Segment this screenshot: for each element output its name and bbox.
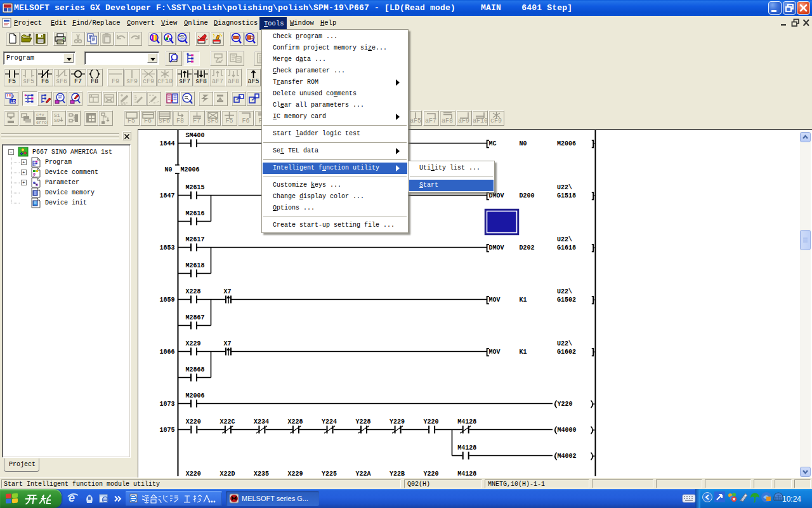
svg-text:1853: 1853 [159,244,174,251]
svg-text:X22C: X22C [219,418,235,425]
svg-text:Y220: Y220 [424,471,439,478]
svg-text:X22D: X22D [219,471,235,478]
svg-text:X229: X229 [287,471,303,478]
svg-text:M2615: M2615 [186,184,205,191]
svg-text:G1518: G1518 [557,192,576,199]
svg-text:1847: 1847 [159,192,174,199]
svg-text:X228: X228 [186,288,201,295]
svg-text:M4128: M4128 [457,471,476,478]
svg-text:U22\: U22\ [557,288,572,295]
svg-text:M2006: M2006 [557,140,576,147]
svg-text:Y22B: Y22B [390,471,405,478]
svg-text:1875: 1875 [159,427,174,434]
svg-text:DMOV: DMOV [489,192,504,199]
svg-text:Y220: Y220 [424,418,439,425]
svg-text:1859: 1859 [159,297,174,304]
svg-text:DMOV: DMOV [489,244,504,251]
svg-text:Y225: Y225 [322,471,337,478]
svg-text:N0: N0 [520,140,527,147]
svg-text:M4128: M4128 [457,444,476,451]
svg-text:U22\: U22\ [557,236,572,243]
svg-text:LD: LD [11,100,16,104]
svg-text:Y22A: Y22A [356,471,371,478]
svg-text:M2617: M2617 [186,236,205,243]
svg-text:S9: S9 [54,117,60,123]
svg-text:M4002: M4002 [558,453,577,460]
svg-text:G1618: G1618 [557,244,576,251]
svg-text:MOV: MOV [489,349,501,356]
svg-text:M2006: M2006 [181,166,200,173]
svg-text:c+v: c+v [36,112,44,117]
svg-text:G1502: G1502 [557,297,576,304]
svg-text:X229: X229 [186,340,201,347]
svg-text:M2616: M2616 [186,210,205,217]
svg-text:MC: MC [489,140,497,147]
svg-text:e: e [69,491,75,504]
svg-text:Y220: Y220 [558,401,573,408]
svg-text:X234: X234 [254,418,269,425]
svg-text:Y228: Y228 [356,418,371,425]
svg-text:N0: N0 [164,166,172,173]
svg-text:123: 123 [180,37,185,41]
svg-text:M2868: M2868 [186,366,205,373]
svg-text:M2867: M2867 [186,314,205,321]
svg-text:X220: X220 [186,418,201,425]
svg-text:D202: D202 [520,244,535,251]
svg-text:M2006: M2006 [186,392,205,399]
svg-text:Y229: Y229 [390,418,405,425]
svg-text:error: error [36,120,48,125]
svg-text:1866: 1866 [159,349,174,356]
svg-text:M4128: M4128 [457,418,476,425]
svg-text:1873: 1873 [159,401,174,408]
svg-text:1844: 1844 [159,140,174,147]
svg-text:G1602: G1602 [557,349,576,356]
svg-text:X235: X235 [254,471,269,478]
svg-text:X220: X220 [186,471,201,478]
svg-text:MOV: MOV [489,297,501,304]
svg-text:Y224: Y224 [322,418,337,425]
svg-text:M4000: M4000 [558,427,577,434]
svg-text:M2618: M2618 [186,262,205,269]
svg-text:X228: X228 [287,418,303,425]
svg-text:U22\: U22\ [557,340,572,347]
svg-text:K1: K1 [520,349,527,356]
svg-text:U22\: U22\ [557,184,572,191]
svg-text:D200: D200 [520,192,535,199]
svg-text:SM400: SM400 [186,132,205,139]
svg-text:X7: X7 [224,288,232,295]
svg-text:X7: X7 [224,340,232,347]
svg-text:K1: K1 [520,297,527,304]
